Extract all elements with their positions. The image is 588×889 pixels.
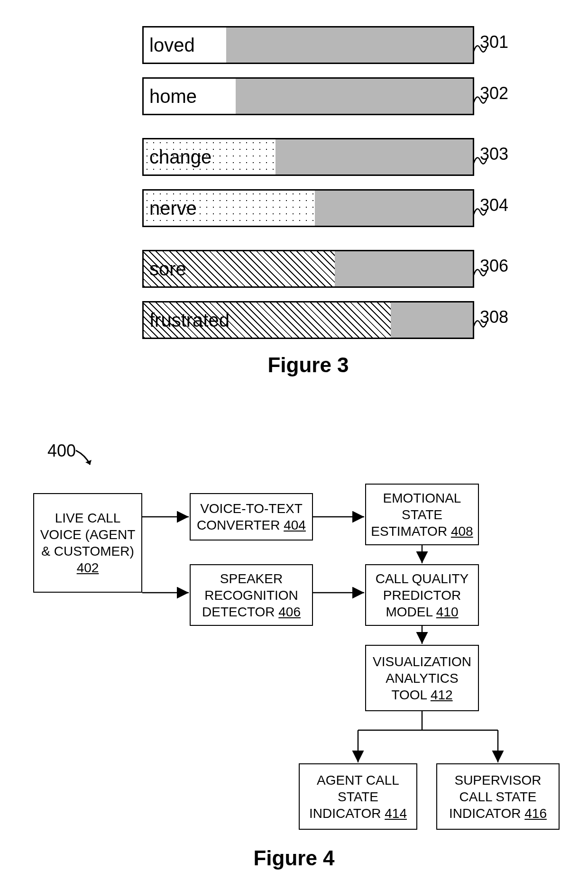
bar-ref: 303 <box>480 144 508 164</box>
bar-304: nerve 304 <box>142 189 474 227</box>
bar-label: sore <box>149 258 186 280</box>
flow-arrows <box>0 441 588 868</box>
figure-3: loved 301 home 302 change 303 nerve 304 … <box>142 26 474 377</box>
bar-label: frustrated <box>149 310 230 331</box>
bar-308: frustrated 308 <box>142 301 474 339</box>
bar-302: home 302 <box>142 77 474 115</box>
bar-ref: 302 <box>480 83 508 103</box>
figure-4: 400 LIVE CALL VOICE (AGENT & CUSTOMER)40… <box>0 441 588 868</box>
bar-ref: 301 <box>480 32 508 52</box>
bar-label: nerve <box>149 198 197 219</box>
bar-label: change <box>149 147 211 168</box>
bar-301: loved 301 <box>142 26 474 64</box>
bar-ref: 304 <box>480 195 508 215</box>
bar-ref: 308 <box>480 307 508 327</box>
bar-label: home <box>149 86 197 107</box>
bar-303: change 303 <box>142 138 474 176</box>
figure-4-caption: Figure 4 <box>0 846 588 870</box>
bar-306: sore 306 <box>142 250 474 288</box>
bar-ref: 306 <box>480 256 508 276</box>
bar-label: loved <box>149 35 195 56</box>
figure-3-caption: Figure 3 <box>142 353 474 377</box>
